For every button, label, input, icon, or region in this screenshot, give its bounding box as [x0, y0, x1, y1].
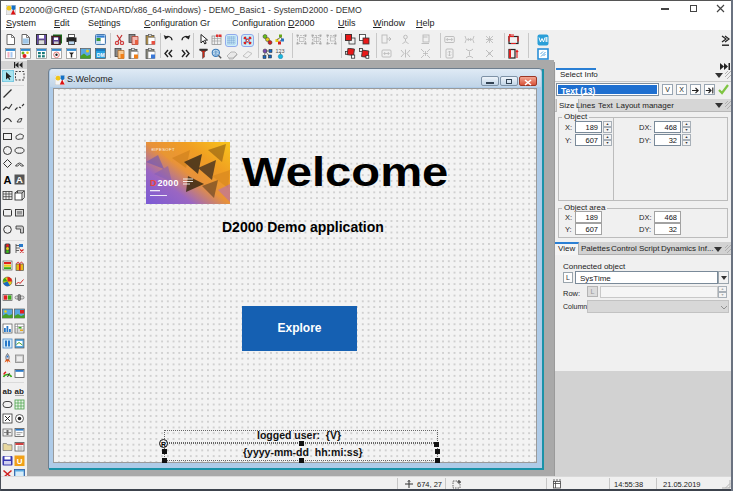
svg-text:ab: ab — [3, 387, 12, 396]
svg-text:123: 123 — [276, 48, 285, 54]
svg-text:D: D — [150, 178, 157, 188]
svg-text:2000: 2000 — [158, 178, 179, 188]
svg-text:U: U — [17, 457, 23, 466]
svg-text:ab: ab — [15, 387, 24, 396]
svg-text:DM: DM — [97, 52, 105, 58]
svg-text:A: A — [16, 174, 23, 185]
svg-text:ƎIPESOFT: ƎIPESOFT — [151, 147, 175, 152]
svg-text:A: A — [4, 174, 12, 185]
